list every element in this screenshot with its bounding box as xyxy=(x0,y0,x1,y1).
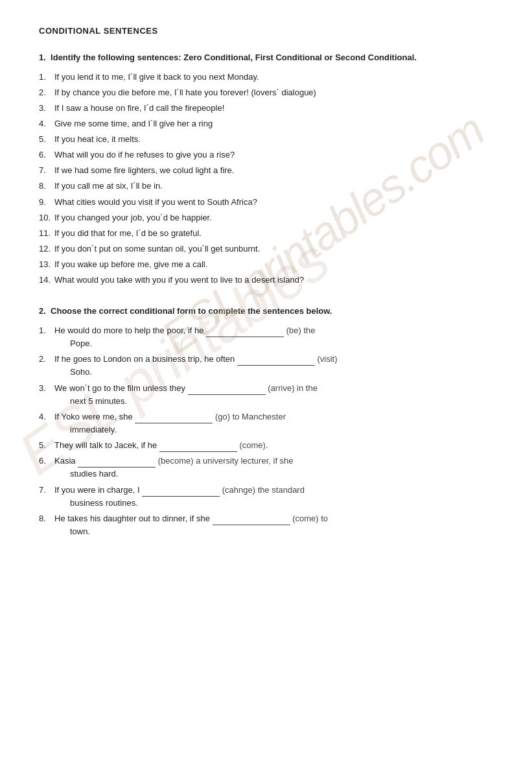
list-item: If you don´t put on some suntan oil, you… xyxy=(39,243,493,255)
sentence-before: We won´t go to the film unless they xyxy=(54,383,188,393)
verb-hint: (come) to xyxy=(290,514,329,523)
verb-hint: (be) the xyxy=(284,326,315,335)
sentence-continuation: immediately. xyxy=(54,425,117,434)
sentence-before: If he goes to London on a business trip,… xyxy=(54,354,237,364)
page-title: CONDITIONAL SENTENCES xyxy=(39,26,493,36)
list-item: What would you take with you if you went… xyxy=(39,274,493,287)
list-item: If Yoko were me, she (go) to Manchesteri… xyxy=(39,410,493,436)
list-item: If you heat ice, it melts. xyxy=(39,133,493,146)
fill-blank[interactable] xyxy=(188,386,266,395)
list-item: Kasia (become) a university lecturer, if… xyxy=(39,455,493,480)
verb-hint: (arrive) in the xyxy=(266,383,318,393)
verb-hint: (cahnge) the standard xyxy=(220,485,305,495)
verb-hint: (go) to Manchester xyxy=(213,412,286,421)
list-item: He would do more to help the poor, if he… xyxy=(39,324,493,350)
fill-blank[interactable] xyxy=(206,328,284,337)
list-item: Give me some time, and I´ll give her a r… xyxy=(39,117,493,130)
fill-blank[interactable] xyxy=(142,488,220,497)
list-item: They will talk to Jacek, if he (come). xyxy=(39,439,493,452)
list-item: If you changed your job, you´d be happie… xyxy=(39,211,493,224)
list-item: If you were in charge, I (cahnge) the st… xyxy=(39,484,493,510)
sentence-before: He would do more to help the poor, if he xyxy=(54,326,206,335)
sentence-before: Kasia xyxy=(54,456,78,466)
section-2-list: He would do more to help the poor, if he… xyxy=(39,324,493,538)
section-1-list: If you lend it to me, I´ll give it back … xyxy=(39,71,493,287)
sentence-continuation: Soho. xyxy=(54,367,92,377)
section-1-heading: 1. Identify the following sentences: Zer… xyxy=(39,51,493,64)
list-item: If he goes to London on a business trip,… xyxy=(39,353,493,379)
verb-hint: (become) a university lecturer, if she xyxy=(156,456,293,466)
section-1-heading-text: Identify the following sentences: Zero C… xyxy=(51,53,417,62)
sentence-continuation: next 5 minutes. xyxy=(54,396,127,406)
list-item: We won´t go to the film unless they (arr… xyxy=(39,382,493,408)
fill-blank[interactable] xyxy=(159,443,237,452)
section-1: 1. Identify the following sentences: Zer… xyxy=(39,51,493,287)
sentence-continuation: business routines. xyxy=(54,498,138,508)
list-item: If by chance you die before me, I´ll hat… xyxy=(39,86,493,99)
sentence-before: If you were in charge, I xyxy=(54,485,142,495)
list-item: If you lend it to me, I´ll give it back … xyxy=(39,71,493,84)
list-item: If you call me at six, I´ll be in. xyxy=(39,180,493,193)
verb-hint: (visit) xyxy=(315,354,338,364)
list-item: If you wake up before me, give me a call… xyxy=(39,258,493,271)
list-item: If you did that for me, I´d be so gratef… xyxy=(39,227,493,240)
fill-blank[interactable] xyxy=(213,516,290,525)
verb-hint: (come). xyxy=(237,440,268,450)
fill-blank[interactable] xyxy=(78,458,156,468)
list-item: What will you do if he refuses to give y… xyxy=(39,148,493,161)
sentence-before: They will talk to Jacek, if he xyxy=(54,440,159,450)
list-item: What cities would you visit if you went … xyxy=(39,196,493,209)
sentence-continuation: Pope. xyxy=(54,338,92,348)
list-item: If we had some fire lighters, we colud l… xyxy=(39,164,493,177)
section-2-heading-text: Choose the correct conditional form to c… xyxy=(51,306,332,316)
section-2: 2. Choose the correct conditional form t… xyxy=(39,305,493,538)
section-2-heading: 2. Choose the correct conditional form t… xyxy=(39,305,493,318)
sentence-continuation: studies hard. xyxy=(54,469,118,479)
fill-blank[interactable] xyxy=(237,357,315,366)
list-item: He takes his daughter out to dinner, if … xyxy=(39,512,493,538)
fill-blank[interactable] xyxy=(135,414,213,423)
sentence-continuation: town. xyxy=(54,527,90,536)
sentence-before: If Yoko were me, she xyxy=(54,412,135,421)
list-item: If I saw a house on fire, I´d call the f… xyxy=(39,102,493,115)
sentence-before: He takes his daughter out to dinner, if … xyxy=(54,514,213,523)
